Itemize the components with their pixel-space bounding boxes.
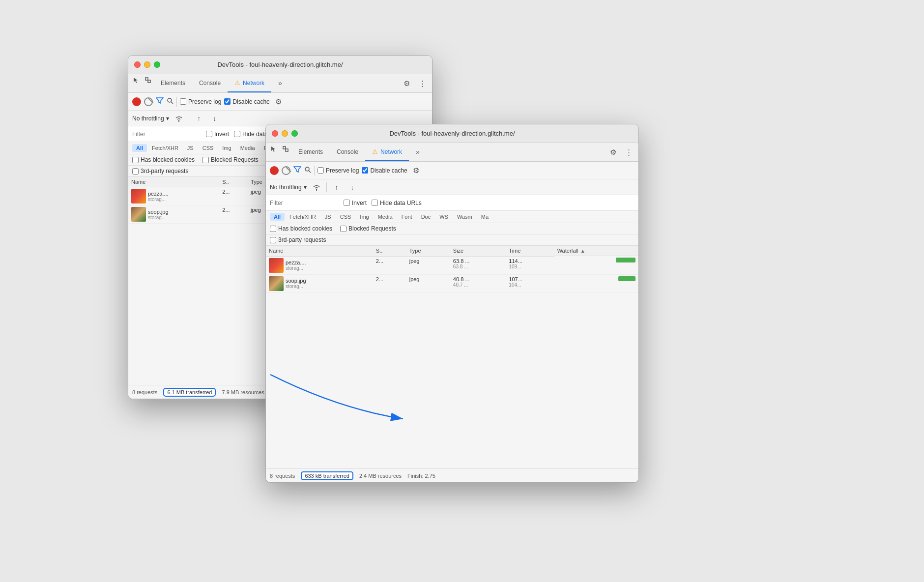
type-media-back[interactable]: Media [236,144,259,152]
type-doc-front[interactable]: Doc [417,213,435,221]
window-title-front: DevTools - foul-heavenly-direction.glitc… [389,130,515,137]
minimize-button-back[interactable] [144,61,150,68]
disable-cache-label-back[interactable]: Disable cache [224,98,269,105]
download-icon-front[interactable]: ↓ [346,181,358,193]
type-all-front[interactable]: All [270,213,285,221]
blocked-requests-back[interactable]: Blocked Requests [202,156,259,163]
type-filter-bar-front: All Fetch/XHR JS CSS Img Media Font Doc … [266,211,638,223]
filter-icon-front[interactable] [293,166,301,175]
type-js-back[interactable]: JS [183,144,198,152]
clear-button-front[interactable] [282,166,290,175]
type-ws-front[interactable]: WS [435,213,452,221]
wifi-icon-back[interactable] [173,113,185,124]
type-wasm-front[interactable]: Wasm [453,213,476,221]
settings-icon-back[interactable]: ⚙ [401,78,412,89]
tab-elements-back[interactable]: Elements [154,74,192,92]
type-ma-front[interactable]: Ma [477,213,492,221]
clear-button-back[interactable] [144,97,153,106]
throttle-select-back[interactable]: No throttling ▾ [132,115,169,122]
preserve-log-checkbox-front[interactable] [318,167,324,174]
hide-data-label-back[interactable]: Hide data [234,131,267,138]
close-button-back[interactable] [134,61,141,68]
maximize-button-front[interactable] [291,130,298,137]
maximize-button-back[interactable] [154,61,160,68]
type-fetch-back[interactable]: Fetch/XHR [148,144,182,152]
preserve-log-label-front[interactable]: Preserve log [318,167,359,174]
tab-more-back[interactable]: » [271,74,289,92]
inspect-icon[interactable] [142,74,154,86]
separator-throttle-back [189,114,189,123]
type-js-front[interactable]: JS [321,213,335,221]
thumb-soop-back [131,207,146,222]
window-title-back: DevTools - foul-heavenly-direction.glitc… [217,61,343,68]
blocked-cookies-back[interactable]: Has blocked cookies [132,156,195,163]
table-row[interactable]: soop.jpg storag... 2... jpeg 40.8 ... 40… [266,274,638,292]
hide-data-label-front[interactable]: Hide data URLs [372,200,422,206]
minimize-button-front[interactable] [282,130,288,137]
third-party-back[interactable]: 3rd-party requests [132,168,188,175]
type-media-front[interactable]: Media [374,213,397,221]
more-icon-front[interactable]: ⋮ [623,146,635,158]
col-status-front: S.. [373,246,406,256]
svg-rect-5 [286,149,288,151]
close-button-front[interactable] [272,130,278,137]
cell-name-front-1: soop.jpg storag... [266,274,373,292]
type-all-back[interactable]: All [132,144,147,152]
hide-data-checkbox-front[interactable] [372,200,378,206]
type-css-back[interactable]: CSS [199,144,218,152]
record-button-front[interactable] [270,166,279,175]
settings-icon-front[interactable]: ⚙ [607,146,619,158]
tab-console-front[interactable]: Console [330,143,365,161]
blocked-requests-front[interactable]: Blocked Requests [340,225,396,232]
invert-checkbox-back[interactable] [206,131,212,137]
network-gear-icon-back[interactable]: ⚙ [273,96,285,108]
tab-more-front[interactable]: » [409,143,427,161]
type-font-front[interactable]: Font [398,213,416,221]
cursor-icon[interactable] [130,74,142,86]
filter-icon-back[interactable] [156,97,164,106]
third-party-front[interactable]: 3rd-party requests [270,236,326,243]
tab-network-back[interactable]: ⚠ Network [228,74,271,92]
invert-label-front[interactable]: Invert [344,200,367,206]
tab-console-back[interactable]: Console [192,74,228,92]
preserve-log-label-back[interactable]: Preserve log [180,98,221,105]
disable-cache-checkbox-back[interactable] [224,98,231,105]
warn-icon-back: ⚠ [234,79,240,87]
separator-throttle-front [326,182,327,192]
hide-data-checkbox-back[interactable] [234,131,240,137]
invert-checkbox-front[interactable] [344,200,350,206]
upload-icon-back[interactable]: ↑ [193,113,205,124]
cursor-icon-front[interactable] [268,143,280,155]
table-front: Name S.. Type Size Time Waterfall ▲ [266,246,638,378]
inspect-icon-front[interactable] [280,143,291,155]
preserve-log-checkbox-back[interactable] [180,98,186,105]
download-icon-back[interactable]: ↓ [209,113,221,124]
search-icon-front[interactable] [304,166,311,175]
disable-cache-label-front[interactable]: Disable cache [362,167,407,174]
filter-input-front[interactable] [270,200,339,206]
type-img-back[interactable]: Img [218,144,235,152]
upload-icon-front[interactable]: ↑ [331,181,343,193]
table-row[interactable]: pezza.... storag... 2... jpeg 63.8 ... 6… [266,256,638,274]
wifi-icon-front[interactable] [311,181,322,193]
tab-elements-front[interactable]: Elements [291,143,330,161]
col-type-front: Type [406,246,450,256]
traffic-lights-front [272,130,298,137]
network-gear-icon-front[interactable]: ⚙ [410,165,422,176]
finish-time-front: Finish: 2.75 [407,473,435,479]
disable-cache-checkbox-front[interactable] [362,167,368,174]
tabs-right-back: ⚙ ⋮ [401,74,430,92]
svg-point-6 [305,167,309,171]
filter-input-back[interactable] [132,131,201,138]
type-fetch-front[interactable]: Fetch/XHR [286,213,320,221]
record-button-back[interactable] [132,97,141,106]
search-icon-back[interactable] [167,97,173,106]
tabs-bar-back: Elements Console ⚠ Network » ⚙ ⋮ [128,74,432,93]
blocked-cookies-front[interactable]: Has blocked cookies [270,225,332,232]
invert-label-back[interactable]: Invert [206,131,229,138]
tab-network-front[interactable]: ⚠ Network [365,143,409,161]
type-css-front[interactable]: CSS [336,213,355,221]
type-img-front[interactable]: Img [356,213,373,221]
more-icon-back[interactable]: ⋮ [416,78,428,89]
throttle-select-front[interactable]: No throttling ▾ [270,184,307,191]
